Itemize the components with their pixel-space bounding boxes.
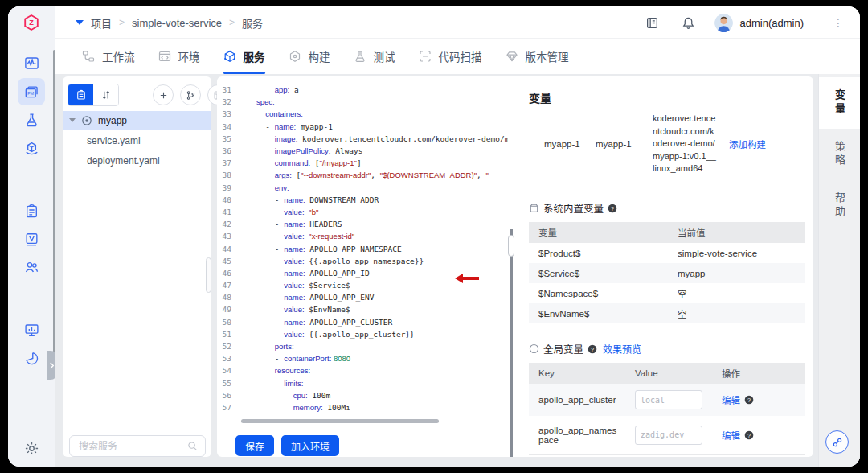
table-row: $Product$simple-vote-service — [529, 243, 805, 263]
box-icon — [529, 203, 539, 213]
tree-file-service.yaml[interactable]: service.yaml — [87, 135, 141, 146]
editor-vertical-scrollbar-track[interactable] — [510, 229, 513, 457]
add-variable-link[interactable]: 添加 — [529, 466, 805, 467]
tab-service[interactable]: 服务 — [223, 39, 265, 74]
sidebar-item-settings[interactable] — [18, 434, 45, 462]
edit-link[interactable]: 编辑 — [722, 429, 740, 442]
gear-icon — [24, 441, 39, 456]
help-icon[interactable]: ? — [744, 430, 754, 440]
notifications-bell-icon[interactable] — [682, 16, 695, 30]
tab-build[interactable]: 构建 — [289, 39, 330, 74]
docs-icon[interactable] — [645, 16, 659, 30]
sort-view-button[interactable] — [93, 84, 118, 105]
user-avatar[interactable] — [714, 14, 733, 32]
kebab-menu-icon[interactable]: ⋮ — [833, 19, 842, 27]
help-icon[interactable]: ? — [608, 204, 617, 213]
content-area: myapp service.yamldeployment.yaml 31 app… — [55, 74, 860, 467]
right-tab-label: 帮助 — [832, 192, 847, 220]
global-vars-table: KeyValue操作apollo_app_cluster编辑?apollo_ap… — [529, 363, 805, 455]
sidebar-item-customers[interactable] — [18, 253, 45, 281]
share-link-button[interactable] — [825, 430, 849, 454]
column-header: Value — [625, 363, 712, 384]
svg-text:?: ? — [747, 397, 751, 404]
help-icon[interactable]: ? — [588, 344, 597, 354]
line-number: 41 — [217, 208, 238, 216]
editor-buttons: 保存 加入环境 — [235, 435, 339, 456]
line-number: 47 — [217, 281, 238, 290]
right-tab-variables[interactable]: 变量 — [819, 77, 860, 129]
sidebar-item-efficiency[interactable] — [18, 344, 45, 372]
load-from-repo-button[interactable] — [180, 84, 201, 105]
right-tab-help[interactable]: 帮助 — [819, 180, 860, 232]
join-env-button[interactable]: 加入环境 — [281, 435, 339, 456]
tab-workflow[interactable]: 工作流 — [82, 39, 135, 74]
environment-icon — [158, 50, 171, 63]
project-switcher-caret-icon[interactable] — [76, 20, 84, 25]
add-service-button[interactable] — [153, 84, 174, 105]
line-number: 55 — [217, 379, 238, 388]
sidebar-item-projects[interactable]: PM — [18, 78, 45, 105]
help-icon[interactable]: ? — [744, 395, 754, 405]
code-line: 50 - name: APOLLO_APP_CLUSTER — [217, 316, 508, 328]
tab-test[interactable]: 测试 — [354, 39, 395, 74]
right-tab-strip: 变量策略帮助 — [818, 74, 860, 467]
effect-preview-link[interactable]: 效果预览 — [603, 342, 641, 356]
tab-label: 服务 — [244, 48, 265, 64]
sidebar-item-dashboard[interactable] — [18, 49, 45, 76]
username[interactable]: admin(admin) — [740, 17, 804, 29]
global-var-row: apollo_app_namespace编辑? — [529, 416, 805, 454]
service-tree-panel: myapp service.yamldeployment.yaml — [63, 76, 211, 457]
sidebar-item-insight[interactable] — [18, 225, 45, 253]
insight-icon — [24, 232, 39, 247]
code-line: 32 spec: — [217, 96, 508, 108]
var-value-input[interactable] — [635, 426, 702, 445]
sidebar-item-delivery[interactable] — [18, 134, 45, 162]
editor-vertical-scrollbar-thumb[interactable] — [508, 235, 514, 257]
tab-version[interactable]: 版本管理 — [506, 39, 569, 74]
tab-environment[interactable]: 环境 — [158, 39, 200, 74]
table-header-row: 变量当前值 — [529, 222, 805, 243]
tab-code-scan[interactable]: 代码扫描 — [419, 39, 482, 74]
var-name: $Namespace$ — [529, 283, 668, 303]
sidebar-item-clipboard[interactable] — [18, 197, 45, 224]
edit-link[interactable]: 编辑 — [722, 393, 740, 406]
var-name: $Service$ — [529, 263, 668, 283]
sidebar-item-data-board[interactable] — [18, 316, 45, 343]
caret-down-icon[interactable] — [69, 118, 76, 122]
breadcrumb-separator: > — [119, 17, 125, 28]
tree-scrollbar[interactable] — [206, 257, 211, 293]
list-view-button[interactable] — [68, 84, 93, 105]
tab-label: 版本管理 — [526, 48, 569, 64]
yaml-editor[interactable]: 31 app: a32 spec:33 containers:34 - name… — [217, 84, 508, 413]
search-service-input[interactable] — [77, 440, 187, 453]
system-vars-section: 系统内置变量 ? 变量当前值$Product$simple-vote-servi… — [529, 200, 805, 323]
line-number: 57 — [217, 403, 238, 412]
tree-node-myapp[interactable]: myapp — [63, 111, 211, 130]
sidebar-item-tests[interactable] — [18, 106, 45, 134]
breadcrumb-item-projects[interactable]: 项目 — [91, 15, 112, 31]
top-header: Z 项目 > simple-vote-service > 服务 admin(ad… — [8, 6, 860, 39]
tree-file-deployment.yaml[interactable]: deployment.yaml — [87, 155, 160, 167]
line-number: 34 — [217, 122, 238, 131]
zadig-logo-icon[interactable]: Z — [23, 14, 40, 31]
right-tab-policy[interactable]: 策略 — [819, 129, 860, 180]
code-line: 57 memory: 100Mi — [217, 401, 508, 413]
build-table-row: myapp-1 myapp-1 koderover.tencentcloudcr… — [529, 109, 805, 187]
line-number: 40 — [217, 195, 238, 204]
code-line: 44 - name: APOLLO_APP_NAMESPACE — [217, 242, 508, 254]
var-value-input[interactable] — [635, 390, 702, 409]
code-line: 56 cpu: 100m — [217, 389, 508, 401]
databoard-icon — [24, 323, 39, 338]
save-button[interactable]: 保存 — [235, 435, 274, 456]
breadcrumb-item-project-name[interactable]: simple-vote-service — [132, 17, 222, 29]
add-build-link[interactable]: 添加构建 — [729, 138, 766, 150]
editor-horizontal-scrollbar[interactable] — [241, 419, 439, 423]
right-tab-label: 策略 — [832, 141, 847, 168]
line-number: 36 — [217, 146, 238, 155]
breadcrumb-item-current: 服务 — [242, 15, 263, 31]
tree-toolbar — [68, 84, 228, 106]
tab-label: 构建 — [309, 48, 330, 64]
table-row: $Namespace$空 — [529, 283, 805, 303]
left-sidebar: PM — [8, 39, 55, 467]
section-title: 系统内置变量 — [543, 200, 604, 216]
